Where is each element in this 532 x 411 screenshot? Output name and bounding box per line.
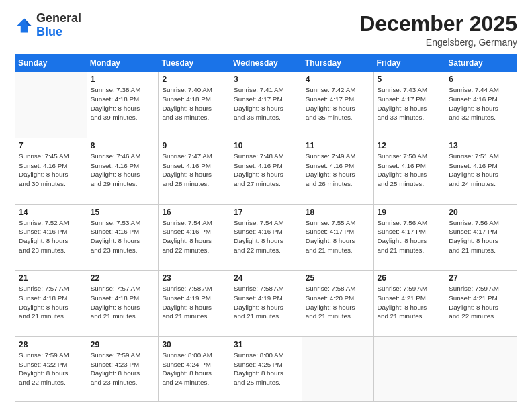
- calendar-cell: 19Sunrise: 7:56 AMSunset: 4:17 PMDayligh…: [373, 204, 445, 271]
- calendar-cell: 1Sunrise: 7:38 AMSunset: 4:18 PMDaylight…: [87, 72, 159, 138]
- logo-icon: [15, 16, 34, 35]
- day-number: 6: [449, 75, 513, 84]
- weekday-header-sunday: Sunday: [15, 55, 87, 72]
- day-info: Sunrise: 7:38 AMSunset: 4:18 PMDaylight:…: [91, 85, 155, 122]
- day-number: 23: [162, 273, 226, 283]
- day-number: 29: [91, 340, 155, 349]
- calendar-cell: 10Sunrise: 7:48 AMSunset: 4:16 PMDayligh…: [230, 138, 302, 204]
- calendar-cell: [445, 336, 517, 401]
- day-number: 21: [19, 273, 83, 283]
- calendar-cell: 22Sunrise: 7:57 AMSunset: 4:18 PMDayligh…: [87, 271, 159, 337]
- day-info: Sunrise: 7:40 AMSunset: 4:18 PMDaylight:…: [162, 85, 226, 122]
- calendar-cell: 29Sunrise: 7:59 AMSunset: 4:23 PMDayligh…: [87, 336, 159, 401]
- calendar-cell: 7Sunrise: 7:45 AMSunset: 4:16 PMDaylight…: [15, 138, 87, 204]
- day-info: Sunrise: 7:44 AMSunset: 4:16 PMDaylight:…: [449, 85, 513, 122]
- weekday-header-friday: Friday: [373, 55, 445, 72]
- calendar-cell: 11Sunrise: 7:49 AMSunset: 4:16 PMDayligh…: [302, 138, 373, 204]
- day-info: Sunrise: 7:50 AMSunset: 4:16 PMDaylight:…: [378, 152, 442, 189]
- day-number: 2: [162, 75, 226, 84]
- logo-blue: Blue: [36, 25, 62, 38]
- day-number: 15: [91, 208, 155, 217]
- calendar-cell: 28Sunrise: 7:59 AMSunset: 4:22 PMDayligh…: [15, 336, 87, 401]
- day-info: Sunrise: 7:59 AMSunset: 4:21 PMDaylight:…: [449, 284, 513, 321]
- day-info: Sunrise: 7:56 AMSunset: 4:17 PMDaylight:…: [449, 218, 513, 255]
- day-number: 13: [449, 141, 513, 150]
- day-number: 3: [234, 75, 298, 84]
- day-number: 30: [162, 340, 226, 349]
- calendar-cell: 24Sunrise: 7:58 AMSunset: 4:19 PMDayligh…: [230, 271, 302, 337]
- calendar-cell: 8Sunrise: 7:46 AMSunset: 4:16 PMDaylight…: [87, 138, 159, 204]
- calendar-cell: 25Sunrise: 7:58 AMSunset: 4:20 PMDayligh…: [302, 271, 373, 337]
- day-info: Sunrise: 7:43 AMSunset: 4:17 PMDaylight:…: [378, 85, 442, 122]
- calendar-cell: 5Sunrise: 7:43 AMSunset: 4:17 PMDaylight…: [373, 72, 445, 138]
- calendar-week-1: 7Sunrise: 7:45 AMSunset: 4:16 PMDaylight…: [15, 138, 517, 204]
- day-info: Sunrise: 7:47 AMSunset: 4:16 PMDaylight:…: [162, 152, 226, 189]
- day-number: 31: [234, 340, 298, 349]
- calendar-cell: 26Sunrise: 7:59 AMSunset: 4:21 PMDayligh…: [373, 271, 445, 337]
- day-info: Sunrise: 7:45 AMSunset: 4:16 PMDaylight:…: [19, 152, 83, 189]
- day-number: 11: [306, 141, 370, 150]
- calendar-cell: 4Sunrise: 7:42 AMSunset: 4:17 PMDaylight…: [302, 72, 373, 138]
- day-info: Sunrise: 7:46 AMSunset: 4:16 PMDaylight:…: [91, 152, 155, 189]
- day-info: Sunrise: 7:42 AMSunset: 4:17 PMDaylight:…: [306, 85, 370, 122]
- day-info: Sunrise: 7:56 AMSunset: 4:17 PMDaylight:…: [378, 218, 442, 255]
- day-number: 10: [234, 141, 298, 150]
- calendar-week-0: 1Sunrise: 7:38 AMSunset: 4:18 PMDaylight…: [15, 72, 517, 138]
- weekday-header-thursday: Thursday: [302, 55, 373, 72]
- day-info: Sunrise: 7:59 AMSunset: 4:21 PMDaylight:…: [378, 284, 442, 321]
- calendar-week-3: 21Sunrise: 7:57 AMSunset: 4:18 PMDayligh…: [15, 271, 517, 337]
- day-number: 4: [306, 75, 370, 84]
- day-info: Sunrise: 7:59 AMSunset: 4:22 PMDaylight:…: [19, 351, 83, 387]
- day-number: 14: [19, 208, 83, 217]
- day-number: 27: [449, 273, 513, 283]
- weekday-header-tuesday: Tuesday: [159, 55, 230, 72]
- day-number: 20: [449, 208, 513, 217]
- calendar-cell: 17Sunrise: 7:54 AMSunset: 4:16 PMDayligh…: [230, 204, 302, 271]
- day-info: Sunrise: 7:55 AMSunset: 4:17 PMDaylight:…: [306, 218, 370, 255]
- calendar-cell: 20Sunrise: 7:56 AMSunset: 4:17 PMDayligh…: [445, 204, 517, 271]
- location: Engelsberg, Germany: [359, 37, 517, 48]
- month-title: December 2025: [359, 12, 517, 36]
- calendar-cell: 21Sunrise: 7:57 AMSunset: 4:18 PMDayligh…: [15, 271, 87, 337]
- calendar-cell: 3Sunrise: 7:41 AMSunset: 4:17 PMDaylight…: [230, 72, 302, 138]
- day-info: Sunrise: 7:57 AMSunset: 4:18 PMDaylight:…: [91, 284, 155, 321]
- weekday-header-saturday: Saturday: [445, 55, 517, 72]
- day-number: 1: [91, 75, 155, 84]
- title-block: December 2025 Engelsberg, Germany: [359, 12, 517, 48]
- day-info: Sunrise: 8:00 AMSunset: 4:24 PMDaylight:…: [162, 351, 226, 387]
- calendar-cell: 30Sunrise: 8:00 AMSunset: 4:24 PMDayligh…: [159, 336, 230, 401]
- day-info: Sunrise: 7:54 AMSunset: 4:16 PMDaylight:…: [234, 218, 298, 255]
- day-info: Sunrise: 7:52 AMSunset: 4:16 PMDaylight:…: [19, 218, 83, 255]
- day-info: Sunrise: 8:00 AMSunset: 4:25 PMDaylight:…: [234, 351, 298, 387]
- calendar-cell: 12Sunrise: 7:50 AMSunset: 4:16 PMDayligh…: [373, 138, 445, 204]
- logo-general: General: [36, 11, 81, 25]
- calendar-cell: 6Sunrise: 7:44 AMSunset: 4:16 PMDaylight…: [445, 72, 517, 138]
- day-info: Sunrise: 7:49 AMSunset: 4:16 PMDaylight:…: [306, 152, 370, 189]
- calendar-cell: 18Sunrise: 7:55 AMSunset: 4:17 PMDayligh…: [302, 204, 373, 271]
- day-number: 22: [91, 273, 155, 283]
- calendar-cell: 13Sunrise: 7:51 AMSunset: 4:16 PMDayligh…: [445, 138, 517, 204]
- day-number: 18: [306, 208, 370, 217]
- day-number: 8: [91, 141, 155, 150]
- day-number: 7: [19, 141, 83, 150]
- day-info: Sunrise: 7:57 AMSunset: 4:18 PMDaylight:…: [19, 284, 83, 321]
- day-number: 12: [378, 141, 442, 150]
- calendar-table: SundayMondayTuesdayWednesdayThursdayFrid…: [15, 54, 517, 402]
- day-number: 25: [306, 273, 370, 283]
- day-info: Sunrise: 7:54 AMSunset: 4:16 PMDaylight:…: [162, 218, 226, 255]
- day-info: Sunrise: 7:41 AMSunset: 4:17 PMDaylight:…: [234, 85, 298, 122]
- day-info: Sunrise: 7:58 AMSunset: 4:19 PMDaylight:…: [234, 284, 298, 321]
- calendar-cell: 14Sunrise: 7:52 AMSunset: 4:16 PMDayligh…: [15, 204, 87, 271]
- calendar-cell: 2Sunrise: 7:40 AMSunset: 4:18 PMDaylight…: [159, 72, 230, 138]
- calendar-week-4: 28Sunrise: 7:59 AMSunset: 4:22 PMDayligh…: [15, 336, 517, 401]
- day-number: 19: [378, 208, 442, 217]
- calendar-cell: 23Sunrise: 7:58 AMSunset: 4:19 PMDayligh…: [159, 271, 230, 337]
- calendar-cell: 27Sunrise: 7:59 AMSunset: 4:21 PMDayligh…: [445, 271, 517, 337]
- day-number: 28: [19, 340, 83, 349]
- weekday-header-wednesday: Wednesday: [230, 55, 302, 72]
- header: General Blue December 2025 Engelsberg, G…: [15, 12, 517, 48]
- day-info: Sunrise: 7:51 AMSunset: 4:16 PMDaylight:…: [449, 152, 513, 189]
- day-info: Sunrise: 7:48 AMSunset: 4:16 PMDaylight:…: [234, 152, 298, 189]
- calendar-cell: [373, 336, 445, 401]
- calendar-cell: 15Sunrise: 7:53 AMSunset: 4:16 PMDayligh…: [87, 204, 159, 271]
